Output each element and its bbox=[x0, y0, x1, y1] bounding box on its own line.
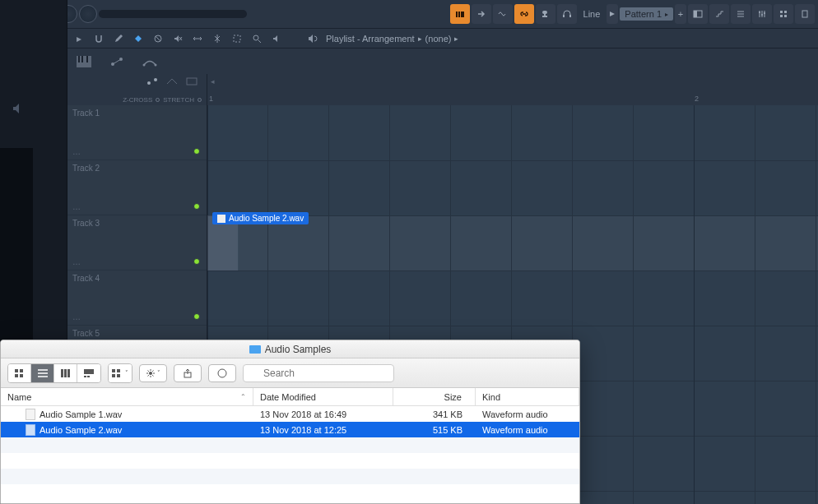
svg-rect-20 bbox=[78, 56, 80, 62]
zoom-icon[interactable] bbox=[250, 32, 263, 45]
file-row-selected[interactable]: Audio Sample 2.wav 13 Nov 2018 at 12:25 … bbox=[1, 422, 579, 437]
doc-icon bbox=[800, 9, 810, 19]
track-header-1[interactable]: Track 1… bbox=[67, 105, 207, 160]
track-active-dot[interactable] bbox=[193, 258, 200, 265]
view-list-button[interactable] bbox=[31, 364, 54, 382]
svg-rect-12 bbox=[784, 11, 787, 13]
slice-icon[interactable] bbox=[211, 32, 224, 45]
mode-bars[interactable] bbox=[185, 76, 200, 91]
menu-caret[interactable]: ▸ bbox=[72, 32, 86, 45]
playback-icon[interactable] bbox=[270, 32, 283, 45]
view-3[interactable] bbox=[731, 4, 751, 24]
action-button[interactable]: ˅ bbox=[139, 364, 167, 382]
magnet-icon[interactable] bbox=[92, 32, 105, 45]
svg-point-9 bbox=[761, 14, 763, 16]
add-pattern[interactable]: + bbox=[675, 4, 686, 24]
speaker-icon[interactable] bbox=[12, 102, 25, 115]
svg-rect-41 bbox=[117, 369, 120, 372]
top-toolbar: Track 4 Line Pattern 1 ▸ + bbox=[0, 0, 818, 28]
playlist-title[interactable]: Playlist - Arrangement ▸ (none) ▸ bbox=[326, 34, 458, 44]
file-row[interactable]: Audio Sample 1.wav 13 Nov 2018 at 16:49 … bbox=[1, 406, 579, 422]
track-active-dot[interactable] bbox=[193, 203, 200, 210]
stretch-toggle[interactable] bbox=[198, 98, 202, 102]
headphones-button[interactable] bbox=[557, 4, 577, 24]
ruler-options: Z-CROSS STRETCH bbox=[67, 94, 207, 105]
auto-tool[interactable] bbox=[105, 50, 128, 73]
paint-icon[interactable] bbox=[132, 32, 145, 45]
ruler[interactable]: ◂ 1 2 bbox=[207, 74, 818, 105]
finder-rows: Audio Sample 1.wav 13 Nov 2018 at 16:49 … bbox=[1, 406, 579, 500]
audio-clip[interactable]: Audio Sample 2.wav bbox=[212, 212, 309, 224]
svg-point-10 bbox=[764, 12, 765, 14]
curve-tool[interactable] bbox=[138, 50, 161, 73]
sidebar-dark bbox=[0, 148, 33, 354]
marker-icon bbox=[455, 9, 465, 19]
track-header-4[interactable]: Track 4… bbox=[67, 270, 207, 326]
mode-line[interactable] bbox=[165, 76, 180, 91]
tags-button[interactable] bbox=[208, 364, 236, 382]
piano-icon bbox=[77, 56, 91, 67]
automation-icon bbox=[109, 56, 124, 67]
svg-rect-35 bbox=[64, 369, 67, 377]
track-header-3[interactable]: Track 3… bbox=[67, 215, 207, 270]
list-icon bbox=[736, 9, 746, 19]
link-button[interactable] bbox=[514, 4, 534, 24]
slip-icon[interactable] bbox=[191, 32, 204, 45]
search-input[interactable] bbox=[243, 364, 394, 382]
group-button[interactable]: ˅ bbox=[109, 364, 132, 382]
zcross-toggle[interactable] bbox=[156, 98, 160, 102]
empty-row bbox=[1, 469, 579, 484]
piece-icon bbox=[541, 9, 551, 19]
pattern-selector[interactable]: Pattern 1 ▸ bbox=[620, 7, 673, 21]
col-size[interactable]: Size bbox=[393, 388, 476, 405]
track-header-2[interactable]: Track 2… bbox=[67, 160, 207, 215]
arrow-button[interactable] bbox=[472, 4, 491, 24]
view-icon-button[interactable] bbox=[8, 364, 31, 382]
svg-rect-36 bbox=[67, 369, 70, 377]
knob-2[interactable] bbox=[79, 5, 97, 23]
chess-button[interactable] bbox=[536, 4, 555, 24]
svg-rect-37 bbox=[84, 369, 94, 374]
svg-rect-21 bbox=[81, 56, 83, 62]
tag-icon bbox=[217, 368, 227, 378]
view-4[interactable] bbox=[752, 4, 772, 24]
view-6[interactable] bbox=[795, 4, 815, 24]
file-icon bbox=[26, 409, 35, 420]
speaker-play-icon[interactable] bbox=[306, 32, 319, 45]
mute-icon[interactable] bbox=[171, 32, 184, 45]
group-segmented: ˅ bbox=[108, 363, 132, 383]
track-active-dot[interactable] bbox=[193, 148, 200, 155]
select-icon[interactable] bbox=[230, 32, 244, 45]
list-view-icon bbox=[38, 369, 48, 377]
pencil-icon[interactable] bbox=[112, 32, 125, 45]
erase-icon[interactable] bbox=[151, 32, 165, 45]
mode-wave[interactable] bbox=[146, 76, 160, 91]
line-label: Line bbox=[579, 9, 606, 19]
sub-toolbar bbox=[67, 48, 818, 74]
marker-button[interactable] bbox=[450, 4, 470, 24]
share-button[interactable] bbox=[174, 364, 202, 382]
col-kind[interactable]: Kind bbox=[476, 388, 579, 405]
finder-titlebar[interactable]: Audio Samples bbox=[1, 340, 579, 358]
svg-point-25 bbox=[143, 63, 146, 66]
view-column-button[interactable] bbox=[54, 364, 77, 382]
piano-tool[interactable] bbox=[72, 50, 95, 73]
view-2[interactable] bbox=[709, 4, 729, 24]
col-name[interactable]: Name⌃ bbox=[1, 388, 253, 405]
slider[interactable] bbox=[99, 10, 247, 18]
svg-rect-5 bbox=[569, 15, 571, 17]
link-icon bbox=[519, 9, 529, 19]
wave-button[interactable] bbox=[493, 4, 513, 24]
svg-rect-34 bbox=[61, 369, 63, 377]
view-gallery-button[interactable] bbox=[77, 364, 100, 382]
track-active-dot[interactable] bbox=[193, 313, 200, 320]
col-date[interactable]: Date Modified bbox=[253, 388, 393, 405]
play-icon bbox=[609, 11, 616, 17]
svg-rect-7 bbox=[694, 11, 697, 17]
view-5[interactable] bbox=[774, 4, 793, 24]
play-small[interactable] bbox=[607, 4, 618, 24]
view-1[interactable] bbox=[688, 4, 708, 24]
empty-row bbox=[1, 453, 579, 469]
svg-point-44 bbox=[149, 372, 152, 375]
scroll-left[interactable]: ◂ bbox=[211, 77, 215, 90]
